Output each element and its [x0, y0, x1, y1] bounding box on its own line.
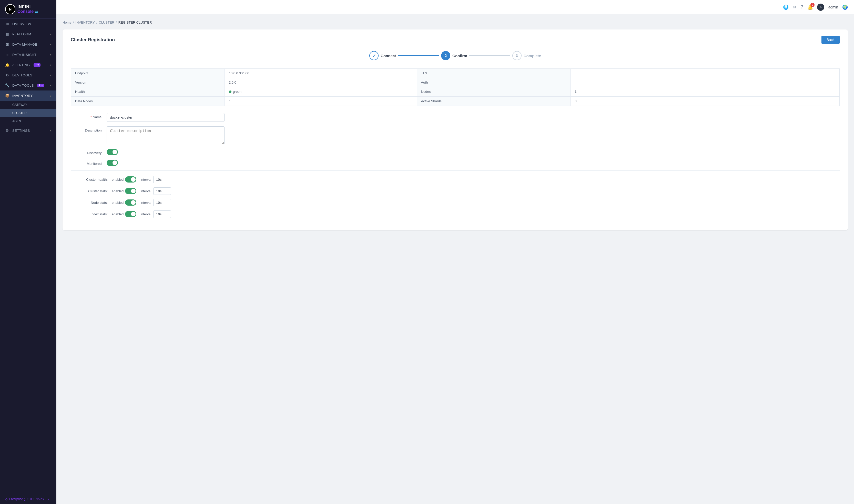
tls-value [570, 69, 840, 78]
data-tools-icon: 🔧 [5, 83, 10, 87]
step-connect: ✓ Connect [369, 51, 396, 60]
chevron-down-icon: ▾ [50, 64, 52, 67]
chevron-down-icon: ▾ [50, 33, 52, 36]
step-number-confirm: 2 [445, 54, 447, 58]
node-stats-interval-input[interactable] [153, 199, 171, 206]
cluster-stats-label: Cluster stats: [71, 189, 112, 193]
cluster-health-toggle[interactable] [125, 176, 137, 182]
endpoint-value: 10.0.0.3:2500 [224, 69, 417, 78]
notification-bell[interactable]: 🔔 9 [807, 4, 813, 10]
cluster-stats-interval-input[interactable] [153, 187, 171, 195]
breadcrumb-cluster[interactable]: CLUSTER [99, 20, 114, 24]
sidebar-item-platform[interactable]: ▦ PLATFORM ▾ [0, 29, 56, 39]
health-label: Health [71, 87, 225, 97]
language-icon[interactable]: 🌍 [842, 4, 848, 10]
card-header: Cluster Registration Back [71, 36, 840, 44]
logo-icon: N [5, 4, 15, 14]
step-label-confirm: Confirm [452, 54, 467, 58]
back-button[interactable]: Back [821, 36, 840, 44]
sidebar-item-label: DATA TOOLS [12, 84, 34, 87]
sidebar-item-cluster[interactable]: CLUSTER [0, 109, 56, 117]
cluster-stats-toggle[interactable] [125, 188, 137, 194]
global-icon[interactable]: 🌐 [783, 4, 789, 10]
sidebar-item-dev-tools[interactable]: ⚙ DEV TOOLS ▾ [0, 70, 56, 80]
toggle-slider [125, 176, 137, 182]
sidebar-item-label: ALERTING [12, 63, 30, 67]
sidebar-subitem-label: AGENT [12, 120, 23, 123]
description-textarea[interactable] [107, 126, 224, 144]
active-shards-value: 0 [570, 96, 840, 106]
step-line-1 [398, 55, 439, 56]
monitored-toggle[interactable] [107, 160, 118, 166]
brand-name: INFINI [17, 5, 38, 9]
sidebar-item-alerting[interactable]: 🔔 ALERTING Pro ▾ [0, 60, 56, 70]
description-row: Description: [71, 126, 840, 144]
index-stats-interval-input[interactable] [153, 211, 171, 218]
cluster-stats-row: Cluster stats: enabled interval [71, 187, 840, 195]
checkmark-icon: ✓ [373, 53, 376, 58]
enabled-label: enabled [112, 189, 124, 193]
breadcrumb-sep: / [96, 20, 97, 24]
index-stats-row: Index stats: enabled interval [71, 211, 840, 218]
description-label: Description: [71, 126, 107, 132]
sidebar-item-data-manage[interactable]: ⊟ DATA MANAGE ▾ [0, 39, 56, 50]
sidebar-item-gateway[interactable]: GATEWAY [0, 101, 56, 109]
settings-icon: ⚙ [5, 128, 10, 132]
sidebar-item-data-tools[interactable]: 🔧 DATA TOOLS Pro ▾ [0, 80, 56, 90]
cluster-health-label: Cluster health: [71, 178, 112, 181]
active-shards-label: Active Shards [417, 96, 570, 106]
health-text: green [233, 90, 241, 94]
version-value: 2.5.0 [224, 78, 417, 87]
stepper: ✓ Connect 2 Confirm 3 Complete [71, 51, 840, 60]
sidebar-footer[interactable]: ◇ Enterprise (1.5.0_SNAPS... › [0, 494, 56, 504]
nodes-label: Nodes [417, 87, 570, 97]
index-stats-toggle[interactable] [125, 211, 137, 217]
node-stats-toggle[interactable] [125, 199, 137, 205]
toggle-slider [125, 188, 137, 194]
node-stats-label: Node stats: [71, 201, 112, 204]
logo-text: INFINI Console /// [17, 5, 38, 14]
cluster-stats-enabled: enabled [112, 188, 137, 194]
sidebar-item-label: SETTINGS [12, 129, 30, 132]
chevron-down-icon: ▾ [50, 84, 52, 87]
enabled-label: enabled [112, 212, 124, 216]
cluster-health-interval-input[interactable] [153, 176, 171, 183]
mail-icon[interactable]: ✉ [793, 4, 797, 10]
toggle-slider [107, 160, 118, 166]
table-row: Data Nodes 1 Active Shards 0 [71, 96, 840, 106]
auth-value [570, 78, 840, 87]
chevron-down-icon: ▾ [50, 53, 52, 56]
sidebar-item-overview[interactable]: ⊞ OVERVIEW [0, 19, 56, 29]
breadcrumb-sep: / [116, 20, 117, 24]
footer-label: Enterprise (1.5.0_SNAPS... [9, 497, 47, 501]
logo: N INFINI Console /// [0, 0, 56, 19]
diamond-icon: ◇ [5, 497, 7, 501]
step-confirm: 2 Confirm [441, 51, 467, 60]
interval-label: interval [141, 212, 151, 216]
name-input[interactable] [107, 113, 224, 122]
breadcrumb-sep: / [73, 20, 74, 24]
node-stats-interval: interval [141, 199, 171, 206]
step-line-2 [469, 55, 510, 56]
sidebar-item-label: INVENTORY [12, 94, 33, 98]
sidebar-item-inventory[interactable]: 📦 INVENTORY ▴ [0, 90, 56, 101]
table-row: Endpoint 10.0.0.3:2500 TLS [71, 69, 840, 78]
page-title: Cluster Registration [71, 37, 115, 42]
help-icon[interactable]: ? [801, 4, 803, 10]
sidebar-item-agent[interactable]: AGENT [0, 117, 56, 125]
chevron-down-icon: ▾ [50, 43, 52, 46]
monitored-label: Monitored: [71, 160, 107, 166]
cluster-info-table: Endpoint 10.0.0.3:2500 TLS Version 2.5.0… [71, 69, 840, 106]
sidebar-item-settings[interactable]: ⚙ SETTINGS ▾ [0, 125, 56, 136]
sidebar-item-data-insight[interactable]: ≡ DATA INSIGHT ▾ [0, 50, 56, 60]
stats-section: Cluster health: enabled interval [71, 170, 840, 218]
discovery-toggle[interactable] [107, 149, 118, 155]
breadcrumb-home[interactable]: Home [62, 20, 72, 24]
index-stats-interval: interval [141, 211, 171, 218]
breadcrumb: Home / INVENTORY / CLUSTER / REGISTER CL… [62, 20, 848, 24]
cluster-health-row: Cluster health: enabled interval [71, 176, 840, 183]
pro-badge: Pro [34, 63, 40, 67]
interval-label: interval [141, 178, 151, 181]
breadcrumb-inventory[interactable]: INVENTORY [75, 20, 95, 24]
sidebar-subitem-label: CLUSTER [12, 111, 26, 115]
